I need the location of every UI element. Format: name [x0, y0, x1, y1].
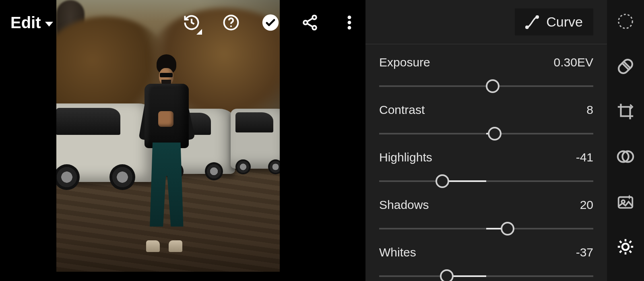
- chevron-down-icon: [45, 22, 53, 27]
- slider-label: Exposure: [379, 56, 430, 69]
- slider-track[interactable]: [379, 76, 593, 96]
- svg-point-3: [312, 15, 316, 19]
- sliders-container: Exposure0.30EVContrast8Highlights-41Shad…: [365, 44, 607, 281]
- slider-value: -37: [576, 246, 593, 259]
- ai-enhance-icon[interactable]: [616, 192, 635, 211]
- crop-icon[interactable]: [616, 102, 635, 121]
- slider-whites: Whites-37: [365, 238, 607, 281]
- svg-line-6: [307, 19, 313, 22]
- slider-thumb[interactable]: [501, 222, 514, 236]
- slider-value: 0.30EV: [554, 56, 593, 69]
- curve-button-label: Curve: [546, 14, 583, 30]
- slider-highlights: Highlights-41: [365, 143, 607, 191]
- help-icon[interactable]: [222, 14, 240, 31]
- svg-line-7: [307, 23, 313, 27]
- panel-header: Curve: [365, 0, 607, 44]
- slider-track[interactable]: [379, 171, 593, 191]
- svg-line-28: [620, 251, 621, 252]
- tool-rail: [607, 0, 644, 281]
- check-circle-icon[interactable]: [262, 14, 279, 31]
- slider-track[interactable]: [379, 124, 593, 143]
- curve-button[interactable]: Curve: [515, 8, 593, 35]
- svg-point-9: [348, 21, 351, 25]
- light-panel-icon[interactable]: [616, 238, 635, 256]
- slider-track[interactable]: [379, 267, 593, 281]
- preview-image[interactable]: [56, 0, 280, 272]
- svg-point-5: [312, 26, 316, 30]
- svg-point-12: [536, 16, 539, 18]
- svg-line-26: [620, 241, 621, 243]
- svg-line-27: [630, 251, 631, 252]
- slider-value: 8: [586, 103, 593, 117]
- svg-point-21: [622, 244, 629, 250]
- slider-shadows: Shadows20: [365, 191, 607, 238]
- slider-label: Shadows: [379, 198, 429, 212]
- top-toolbar: [183, 14, 358, 31]
- submenu-indicator-icon: [196, 29, 202, 35]
- slider-value: 20: [580, 198, 593, 212]
- slider-value: -41: [576, 151, 593, 164]
- svg-line-29: [630, 241, 631, 243]
- slider-contrast: Contrast8: [365, 96, 607, 143]
- slider-exposure: Exposure0.30EV: [365, 48, 607, 96]
- share-icon[interactable]: [301, 14, 319, 31]
- curve-icon: [525, 15, 539, 29]
- healing-icon[interactable]: [616, 57, 635, 76]
- svg-point-10: [348, 26, 351, 29]
- masking-icon[interactable]: [616, 12, 635, 31]
- slider-label: Contrast: [379, 103, 425, 117]
- lens-blur-icon[interactable]: [616, 147, 635, 166]
- more-vert-icon[interactable]: [341, 14, 358, 31]
- app-root: Edit: [0, 0, 644, 281]
- slider-thumb[interactable]: [436, 174, 449, 188]
- slider-thumb[interactable]: [486, 79, 500, 93]
- slider-label: Highlights: [379, 151, 432, 164]
- right-panel: Curve Exposure0.30EVContrast8Highlights-…: [365, 0, 644, 281]
- edit-mode-label: Edit: [10, 14, 41, 32]
- history-icon[interactable]: [183, 14, 200, 31]
- svg-point-8: [348, 16, 351, 19]
- svg-point-4: [303, 21, 308, 25]
- slider-thumb[interactable]: [488, 127, 502, 140]
- slider-label: Whites: [379, 246, 416, 259]
- svg-point-1: [230, 25, 232, 27]
- slider-track[interactable]: [379, 219, 593, 238]
- svg-point-11: [526, 26, 528, 28]
- preview-area: Edit: [0, 0, 365, 281]
- slider-thumb[interactable]: [440, 269, 454, 281]
- svg-point-13: [619, 14, 633, 29]
- edit-mode-dropdown[interactable]: Edit: [10, 14, 53, 32]
- adjustments-panel: Curve Exposure0.30EVContrast8Highlights-…: [365, 0, 607, 281]
